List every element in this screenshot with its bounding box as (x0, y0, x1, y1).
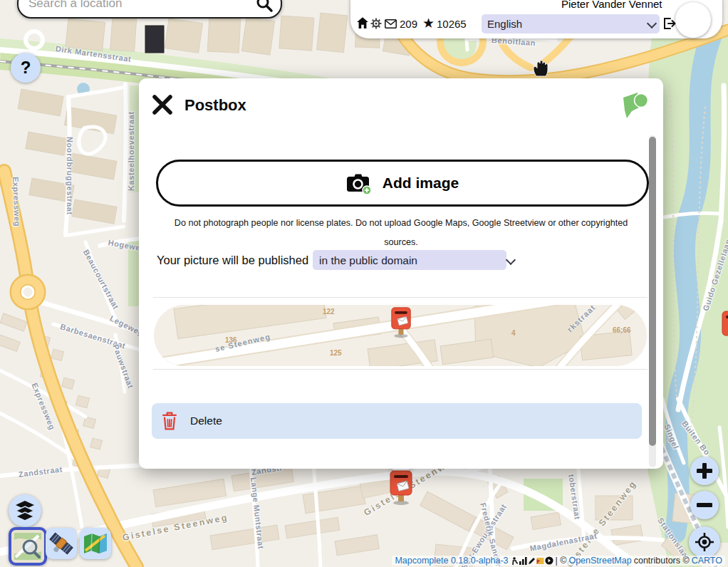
search-bar[interactable] (17, 0, 282, 19)
mapillary-icon (545, 556, 553, 565)
minimap-postbox-marker[interactable] (390, 306, 412, 339)
close-icon[interactable] (152, 94, 173, 115)
delete-label: Delete (190, 415, 222, 427)
scrollbar-thumb[interactable] (649, 137, 656, 446)
chevron-down-icon (506, 255, 516, 265)
osm-link[interactable]: OpenStreetMap (568, 556, 631, 566)
message-count: 209 (400, 18, 417, 30)
dialog-scrollbar[interactable] (649, 135, 656, 467)
geolocate-button[interactable] (689, 526, 720, 558)
search-icon (255, 0, 274, 13)
person-icon (511, 557, 519, 565)
image-disclaimer: Do not photograph people nor license pla… (166, 214, 636, 252)
language-select[interactable]: English (482, 14, 660, 33)
josm-icon (536, 557, 544, 565)
pencil-icon (528, 557, 536, 565)
help-button[interactable]: ? (11, 53, 41, 83)
osm-map-thumbnail-icon (14, 533, 41, 560)
avatar[interactable] (675, 2, 711, 38)
camera-plus-icon (346, 172, 373, 194)
style-map-button[interactable] (80, 528, 111, 559)
stats-icon (519, 557, 527, 565)
question-mark-icon: ? (21, 58, 31, 78)
satellite-icon (48, 531, 74, 556)
trash-icon (162, 412, 177, 430)
layers-icon (14, 501, 36, 521)
zoom-in-button[interactable] (690, 457, 719, 485)
style-satellite-button[interactable] (46, 528, 77, 559)
mapcomplete-version-link[interactable]: Mapcomplete 0.18.0-alpha-3 (395, 556, 508, 566)
star-icon: ★ (422, 15, 435, 31)
add-image-label: Add image (383, 175, 459, 192)
star-count: 10265 (437, 18, 467, 30)
attribution-separator: | © (556, 556, 567, 566)
license-label: Your picture will be published (157, 254, 308, 267)
add-image-button[interactable]: Add image (156, 160, 649, 207)
hand-cursor-icon (531, 58, 550, 78)
mail-icon[interactable] (385, 19, 397, 28)
postbox-dialog: Postbox Add image Do not photograph peop… (139, 78, 663, 469)
logout-icon[interactable] (662, 17, 676, 30)
attribution-contributors: contributors © (634, 556, 690, 566)
carto-link[interactable]: CARTO (692, 556, 722, 566)
minus-icon (697, 497, 712, 513)
home-icon[interactable] (356, 16, 369, 29)
crosshair-icon (695, 532, 714, 552)
attribution-bar: Mapcomplete 0.18.0-alpha-3 | © OpenStree… (392, 556, 725, 566)
folded-map-icon (83, 531, 108, 556)
style-osm-button[interactable] (9, 527, 47, 566)
license-select[interactable]: in the public domain (313, 250, 506, 270)
location-minimap[interactable]: 122136125466;66se Steenwegrkstraat (154, 305, 647, 366)
username: Pieter Vander Vennet (561, 0, 662, 10)
search-input[interactable] (27, 0, 255, 11)
delete-button[interactable]: Delete (152, 403, 642, 439)
divider (153, 297, 648, 298)
dialog-title: Postbox (184, 96, 246, 115)
license-row: Your picture will be published in the pu… (157, 250, 506, 270)
layers-button[interactable] (9, 494, 41, 527)
divider (153, 369, 648, 370)
plus-icon (697, 463, 712, 479)
zoom-out-button[interactable] (690, 491, 719, 519)
postbox-marker[interactable] (389, 470, 413, 506)
postbox-marker-partial[interactable] (721, 311, 728, 346)
mapcomplete-theme-logo (620, 91, 649, 121)
attribution-icons (511, 556, 553, 565)
gear-icon[interactable] (370, 18, 382, 29)
